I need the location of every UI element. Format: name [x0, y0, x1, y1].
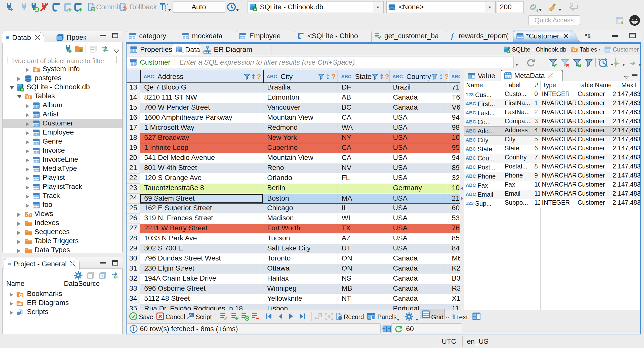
svg-text:T: T	[452, 313, 455, 321]
svg-text:‹›: ‹›	[446, 314, 449, 319]
